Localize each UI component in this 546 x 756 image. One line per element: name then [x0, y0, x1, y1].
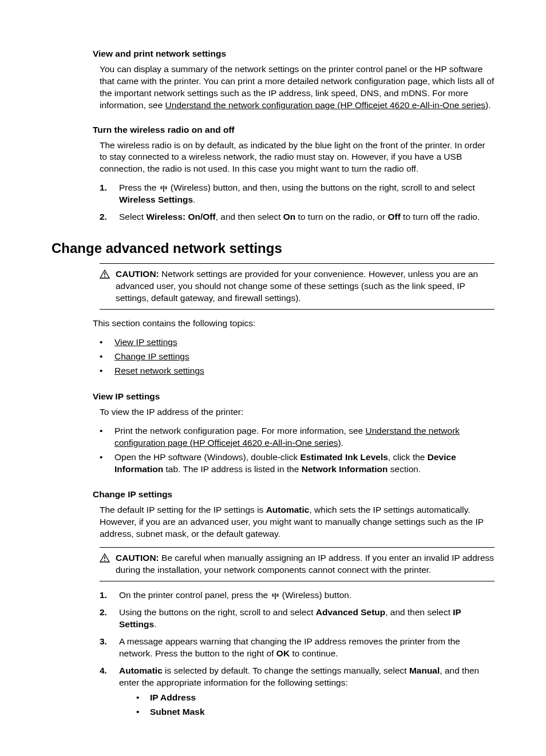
text-fragment: to turn off the radio.	[401, 212, 480, 221]
text-fragment: , and then select	[216, 212, 283, 221]
bold-text: Estimated Ink Levels	[300, 452, 388, 462]
text-fragment: Open the HP software (Windows), double-c…	[114, 452, 494, 476]
heading-change-ip: Change IP settings	[93, 489, 494, 501]
text-fragment: to continue.	[290, 648, 338, 658]
caution-label: CAUTION:	[116, 269, 159, 279]
text-fragment: to turn on the radio, or	[295, 212, 387, 221]
topics-list: View IP settings Change IP settings Rese…	[100, 337, 494, 377]
text-fragment: .	[488, 100, 490, 110]
list-item: View IP settings	[100, 337, 494, 349]
caution-box: CAUTION: Be careful when manually assign…	[100, 547, 494, 581]
step-text: On the printer control panel, press the …	[119, 589, 351, 601]
svg-point-2	[104, 276, 105, 278]
body-text: You can display a summary of the network…	[100, 64, 494, 112]
svg-point-5	[275, 598, 276, 599]
text-fragment: section.	[388, 464, 421, 474]
link-reset-network[interactable]: Reset network settings	[114, 365, 204, 377]
step-text: A message appears warning that changing …	[119, 636, 494, 660]
text-fragment: The default IP setting for the IP settin…	[100, 505, 266, 514]
wireless-icon	[271, 591, 280, 599]
heading-view-print-network: View and print network settings	[93, 48, 494, 60]
sub-list: IP Address Subnet Mask	[136, 692, 494, 718]
step-item: 3. A message appears warning that changi…	[100, 636, 494, 660]
steps-list: 1. On the printer control panel, press t…	[100, 589, 494, 721]
list-item: Print the network configuration page. Fo…	[100, 425, 494, 449]
caution-icon	[100, 270, 110, 279]
text-fragment: On the printer control panel, press the	[119, 590, 271, 600]
step-number: 4.	[100, 665, 112, 721]
bold-text: OK	[276, 648, 290, 658]
text-fragment: Be careful when manually assigning an IP…	[116, 553, 494, 575]
bold-text: Subnet Mask	[150, 706, 205, 718]
text-fragment: Select	[119, 212, 146, 221]
caution-box: CAUTION: Network settings are provided f…	[100, 263, 494, 310]
text-fragment: Open the HP software (Windows), double-c…	[114, 452, 300, 462]
caution-label: CAUTION:	[116, 553, 159, 563]
text-fragment: is selected by default. To change the se…	[163, 666, 409, 675]
wireless-icon	[159, 183, 168, 191]
text-fragment: .	[154, 619, 156, 629]
heading-change-advanced-network: Change advanced network settings	[52, 239, 494, 258]
text-fragment: , and then select	[385, 607, 453, 617]
bold-text: IP Address	[150, 692, 196, 704]
svg-point-0	[163, 191, 164, 192]
list-item: Reset network settings	[100, 365, 494, 377]
caution-text: CAUTION: Be careful when manually assign…	[116, 552, 494, 576]
body-text: To view the IP address of the printer:	[100, 406, 494, 418]
bold-text: Advanced Setup	[316, 607, 385, 617]
step-item: 2. Select Wireless: On/Off, and then sel…	[100, 211, 494, 223]
heading-wireless-radio: Turn the wireless radio on and off	[93, 124, 494, 136]
body-text: This section contains the following topi…	[93, 318, 494, 330]
bold-text: On	[283, 212, 296, 221]
text-fragment: (Wireless) button, and then, using the b…	[168, 183, 475, 192]
list-item: IP Address	[136, 692, 494, 704]
bold-text: Wireless: On/Off	[146, 212, 215, 221]
step-number: 3.	[100, 636, 112, 660]
bold-text: Network Information	[302, 464, 388, 474]
text-fragment: Using the buttons on the right, scroll t…	[119, 607, 316, 617]
text-fragment: (Wireless) button.	[280, 590, 352, 600]
step-item: 1. Press the (Wireless) button, and then…	[100, 182, 494, 206]
step-number: 2.	[100, 211, 112, 223]
text-fragment: tab. The IP address is listed in the	[163, 464, 302, 474]
body-text: The wireless radio is on by default, as …	[100, 140, 494, 176]
list-item: Open the HP software (Windows), double-c…	[100, 452, 494, 476]
step-text: Press the (Wireless) button, and then, u…	[119, 182, 494, 206]
link-view-ip[interactable]: View IP settings	[114, 337, 177, 349]
text-fragment: Press the	[119, 183, 159, 192]
step-number: 2.	[100, 607, 112, 631]
caution-icon	[100, 553, 110, 563]
link-change-ip[interactable]: Change IP settings	[114, 351, 189, 363]
step-text: Automatic is selected by default. To cha…	[119, 665, 494, 721]
bold-text: Automatic	[119, 666, 163, 675]
text-fragment: Network settings are provided for your c…	[116, 269, 478, 303]
caution-text: CAUTION: Network settings are provided f…	[116, 268, 494, 304]
step-number: 1.	[100, 589, 112, 601]
step-item: 4. Automatic is selected by default. To …	[100, 665, 494, 721]
step-item: 1. On the printer control panel, press t…	[100, 589, 494, 601]
svg-point-4	[104, 560, 105, 561]
step-item: 2. Using the buttons on the right, scrol…	[100, 607, 494, 631]
list-item: Subnet Mask	[136, 706, 494, 718]
body-text: The default IP setting for the IP settin…	[100, 504, 494, 540]
text-fragment: Print the network configuration page. Fo…	[114, 425, 494, 449]
text-fragment: .	[341, 438, 343, 448]
text-fragment: , click the	[388, 452, 428, 462]
step-text: Select Wireless: On/Off, and then select…	[119, 211, 480, 223]
view-ip-list: Print the network configuration page. Fo…	[100, 425, 494, 476]
link-understand-network-config[interactable]: Understand the network configuration pag…	[165, 100, 489, 110]
bold-text: Wireless Settings	[119, 195, 193, 204]
text-fragment: .	[193, 195, 195, 204]
bold-text: Off	[387, 212, 400, 221]
text-fragment: Print the network configuration page. Fo…	[114, 426, 366, 436]
heading-view-ip: View IP settings	[93, 391, 494, 403]
step-number: 1.	[100, 182, 112, 206]
step-text: Using the buttons on the right, scroll t…	[119, 607, 494, 631]
steps-list: 1. Press the (Wireless) button, and then…	[100, 182, 494, 223]
bold-text: Manual	[409, 666, 440, 675]
list-item: Change IP settings	[100, 351, 494, 363]
bold-text: Automatic	[266, 505, 310, 514]
